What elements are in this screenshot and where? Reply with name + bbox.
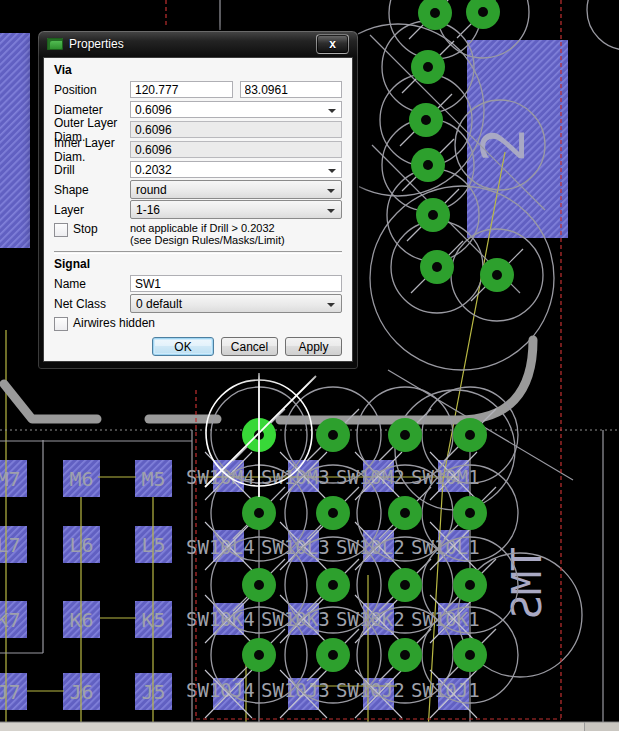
pad-label: M5	[141, 467, 165, 491]
chevron-down-icon	[327, 209, 335, 213]
net-class-dropdown[interactable]: 0 default	[130, 294, 342, 313]
stop-note: not applicable if Drill > 0.2032 (see De…	[130, 222, 285, 246]
chevron-down-icon[interactable]	[328, 169, 336, 173]
airwires-checkbox[interactable]	[54, 317, 68, 331]
stop-checkbox[interactable]	[54, 223, 68, 237]
horizontal-scrollbar[interactable]	[0, 722, 619, 731]
diameter-combo[interactable]	[130, 101, 342, 118]
position-x-input[interactable]	[130, 81, 233, 98]
airwires-row: Airwires hidden	[54, 316, 342, 331]
layer-dropdown[interactable]: 1-16	[130, 200, 342, 219]
via-hole	[400, 508, 410, 518]
pad-label: SW10J1	[411, 679, 480, 701]
copper-area[interactable]	[0, 33, 30, 248]
airwires-label: Airwires hidden	[73, 316, 155, 330]
via-hole	[328, 508, 338, 518]
name-row: Name	[54, 275, 342, 292]
via-hole	[465, 508, 475, 518]
position-label: Position	[54, 83, 130, 97]
ok-button[interactable]: OK	[152, 337, 214, 356]
via-hole	[478, 7, 488, 17]
layer-label: Layer	[54, 203, 130, 217]
apply-button[interactable]: Apply	[285, 337, 342, 356]
stop-row: Stop not applicable if Drill > 0.2032 (s…	[54, 222, 342, 246]
pad-label: SW10J2	[336, 679, 405, 701]
pad-label: L6	[69, 533, 93, 557]
properties-dialog: Properties x Via Position Diameter Outer…	[37, 30, 359, 370]
via-hole	[430, 8, 440, 18]
pad-label: M7	[0, 467, 21, 491]
section-separator	[54, 251, 342, 254]
via-hole	[400, 650, 410, 660]
via-hole	[328, 430, 338, 440]
inner-diam-label: Inner Layer Diam.	[54, 136, 130, 164]
diameter-input[interactable]	[130, 101, 342, 118]
via-hole	[423, 160, 433, 170]
position-row: Position	[54, 81, 342, 98]
dialog-buttons: OK Cancel Apply	[54, 337, 342, 358]
pad-label: L5	[141, 533, 165, 557]
net-class-value: 0 default	[136, 297, 182, 311]
pad-label: J6	[69, 680, 93, 704]
pad-label: SW10J3	[261, 679, 330, 701]
layer-value: 1-16	[136, 203, 160, 217]
drill-combo[interactable]	[130, 161, 342, 178]
via-hole	[254, 508, 264, 518]
drill-input[interactable]	[130, 161, 342, 178]
drill-row: Drill	[54, 161, 342, 178]
via-hole	[465, 580, 475, 590]
drill-label: Drill	[54, 163, 130, 177]
via-hole	[432, 262, 442, 272]
diameter-label: Diameter	[54, 103, 130, 117]
name-label: Name	[54, 277, 130, 291]
scrollbar-corner	[585, 723, 619, 731]
signal-section-heading: Signal	[54, 257, 342, 272]
statusbar-layer	[0, 722, 619, 731]
net-class-row: Net Class 0 default	[54, 295, 342, 312]
pad-label: K5	[141, 608, 165, 632]
via-section-heading: Via	[54, 63, 342, 78]
net-class-label: Net Class	[54, 297, 130, 311]
close-button[interactable]: x	[316, 34, 349, 54]
chevron-down-icon	[327, 189, 335, 193]
inner-diam-field	[130, 141, 342, 158]
pad-label: J7	[0, 680, 21, 704]
dialog-title: Properties	[69, 37, 124, 51]
shape-row: Shape round	[54, 181, 342, 198]
outer-diam-field	[130, 121, 342, 138]
position-y-input[interactable]	[240, 81, 343, 98]
via-hole	[492, 270, 502, 280]
pad-label: M6	[69, 467, 93, 491]
shape-value: round	[136, 183, 167, 197]
via-hole	[400, 580, 410, 590]
via-hole	[428, 210, 438, 220]
scrollbar-divider	[584, 722, 585, 731]
inner-diam-row: Inner Layer Diam.	[54, 141, 342, 158]
dialog-titlebar[interactable]: Properties x	[38, 31, 358, 57]
shape-label: Shape	[54, 183, 130, 197]
via-hole	[254, 650, 264, 660]
via-hole	[421, 115, 431, 125]
via-hole	[465, 650, 475, 660]
stop-note-line1: not applicable if Drill > 0.2032	[130, 222, 275, 234]
dialog-body: Via Position Diameter Outer Layer Diam. …	[43, 57, 353, 362]
pad-label: J5	[141, 680, 165, 704]
brd-file-icon	[47, 38, 63, 50]
pad-label: L7	[0, 533, 21, 557]
via-hole	[423, 62, 433, 72]
signal-name-input[interactable]	[130, 275, 342, 292]
cancel-button[interactable]: Cancel	[221, 337, 278, 356]
pad-label: K6	[69, 608, 93, 632]
layer-row: Layer 1-16	[54, 201, 342, 218]
stop-note-line2: (see Design Rules/Masks/Limit)	[130, 234, 285, 246]
pad-label: SW10J4	[186, 679, 255, 701]
chevron-down-icon	[327, 303, 335, 307]
chevron-down-icon[interactable]	[328, 109, 336, 113]
via-hole	[254, 580, 264, 590]
via-hole	[400, 430, 410, 440]
via-hole	[328, 650, 338, 660]
shape-dropdown[interactable]: round	[130, 180, 342, 199]
pad-label: K7	[0, 608, 21, 632]
via-hole	[465, 430, 475, 440]
via-hole	[328, 580, 338, 590]
